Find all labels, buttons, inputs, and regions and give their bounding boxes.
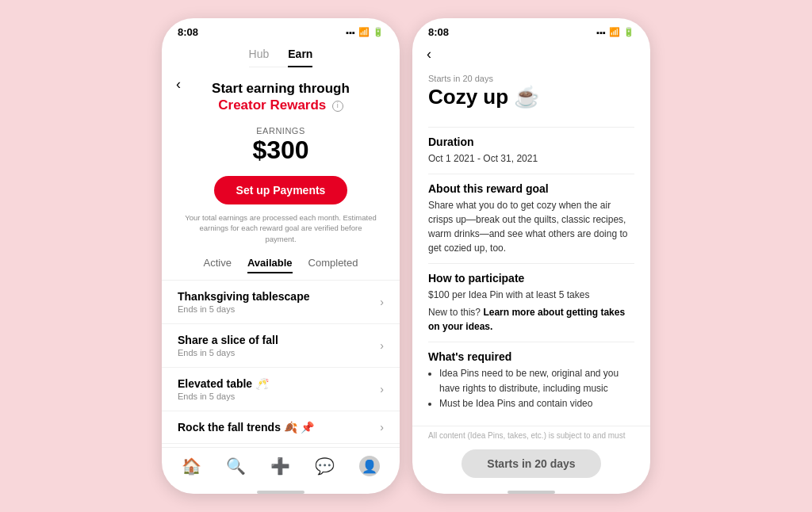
setup-payments-button[interactable]: Set up Payments: [214, 176, 348, 204]
chevron-icon: ›: [380, 296, 384, 308]
app-container: 8:08 ▪▪▪ 📶 🔋 ‹ Hub Earn Start earning th…: [0, 0, 812, 512]
tab-earn[interactable]: Earn: [288, 48, 312, 67]
divider: [428, 174, 634, 174]
list-item[interactable]: Share a slice of fall Ends in 5 days ›: [162, 324, 400, 368]
list-item[interactable]: Thanksgiving tablescape Ends in 5 days ›: [162, 281, 400, 324]
list-item-sub: Ends in 5 days: [178, 348, 278, 357]
left-phone-content: Start earning through Creator Rewards i …: [162, 67, 400, 447]
status-bar-left: 8:08 ▪▪▪ 📶 🔋: [162, 18, 400, 43]
status-icons-left: ▪▪▪ 📶 🔋: [346, 27, 384, 37]
how-subtext: New to this? Learn more about getting ta…: [428, 305, 634, 334]
nav-tabs-left: Hub Earn: [249, 43, 313, 67]
filter-tab-active[interactable]: Active: [204, 257, 232, 273]
time-left: 8:08: [178, 26, 198, 38]
signal-icon: ▪▪▪: [596, 28, 606, 37]
how-title: How to participate: [428, 272, 634, 285]
create-nav-item[interactable]: ➕: [270, 457, 290, 476]
list-item-sub: Ends in 5 days: [178, 304, 310, 314]
list-item-title: Rock the fall trends 🍂 📌: [178, 421, 314, 434]
list-item-title: Thanksgiving tablescape: [178, 290, 310, 303]
chevron-icon: ›: [380, 383, 384, 395]
battery-icon: 🔋: [623, 27, 634, 37]
home-indicator-right: [508, 491, 555, 494]
list-item-title: Elevated table 🥂: [178, 377, 269, 390]
divider: [428, 127, 634, 128]
how-text: $100 per Idea Pin with at least 5 takes: [428, 288, 634, 302]
list-item[interactable]: Rock the fall trends 🍂 📌 ›: [162, 411, 400, 444]
earn-title-line2: Creator Rewards: [218, 97, 326, 113]
search-nav-item[interactable]: 🔍: [226, 457, 246, 476]
list-item-sub: Ends in 5 days: [178, 392, 269, 401]
required-item: Must be Idea Pins and contain video: [439, 396, 634, 411]
chevron-icon: ›: [380, 421, 384, 434]
about-title: About this reward goal: [428, 182, 634, 195]
status-icons-right: ▪▪▪ 📶 🔋: [596, 27, 634, 37]
filter-tab-available[interactable]: Available: [247, 257, 293, 273]
filter-tab-completed[interactable]: Completed: [308, 257, 358, 273]
divider: [428, 263, 634, 264]
detail-content: Duration Oct 1 2021 - Oct 31, 2021 About…: [412, 119, 650, 426]
learn-more-link[interactable]: Learn more about getting takes on your i…: [428, 307, 625, 332]
required-title: What's required: [428, 350, 634, 363]
messages-nav-item[interactable]: 💬: [315, 457, 335, 476]
status-bar-right: 8:08 ▪▪▪ 📶 🔋: [412, 18, 650, 43]
right-phone: 8:08 ▪▪▪ 📶 🔋 ‹ Starts in 20 days Cozy up…: [412, 18, 650, 494]
wifi-icon: 📶: [609, 27, 620, 37]
bottom-nav: 🏠 🔍 ➕ 💬 👤: [162, 447, 400, 487]
chevron-icon: ›: [380, 339, 384, 352]
duration-title: Duration: [428, 136, 634, 148]
required-item: Idea Pins need to be new, original and y…: [439, 366, 634, 396]
about-text: Share what you do to get cozy when the a…: [428, 198, 634, 255]
battery-icon: 🔋: [373, 27, 384, 37]
divider: [428, 342, 634, 342]
earnings-amount: $300: [181, 136, 381, 165]
earnings-label: Earnings: [181, 126, 381, 136]
wifi-icon: 📶: [358, 27, 370, 37]
tab-hub[interactable]: Hub: [249, 48, 270, 67]
earn-title-line1: Start earning through: [181, 80, 381, 97]
required-list: Idea Pins need to be new, original and y…: [428, 366, 634, 412]
back-button-right[interactable]: ‹: [412, 46, 431, 66]
profile-nav-item[interactable]: 👤: [359, 456, 380, 476]
earnings-note: Your total earnings are processed each m…: [162, 209, 400, 250]
detail-title: Cozy up ☕: [412, 85, 650, 119]
filter-tabs: Active Available Completed: [162, 250, 400, 281]
time-right: 8:08: [428, 26, 449, 38]
earnings-section: Earnings $300: [162, 120, 400, 171]
footer-note: All content (Idea Pins, takes, etc.) is …: [412, 426, 650, 443]
starts-label: Starts in 20 days: [412, 66, 650, 85]
starts-button: Starts in 20 days: [462, 449, 600, 478]
reward-list: Thanksgiving tablescape Ends in 5 days ›…: [162, 281, 400, 447]
signal-icon: ▪▪▪: [346, 28, 355, 37]
back-button-left[interactable]: ‹: [176, 76, 181, 93]
home-nav-item[interactable]: 🏠: [182, 457, 201, 476]
duration-text: Oct 1 2021 - Oct 31, 2021: [428, 151, 634, 166]
list-item-title: Share a slice of fall: [178, 334, 278, 346]
home-indicator-left: [257, 491, 304, 494]
left-phone: 8:08 ▪▪▪ 📶 🔋 ‹ Hub Earn Start earning th…: [162, 18, 400, 494]
list-item[interactable]: Elevated table 🥂 Ends in 5 days ›: [162, 368, 400, 411]
earn-header: Start earning through Creator Rewards i: [162, 67, 400, 120]
info-icon[interactable]: i: [332, 101, 343, 112]
